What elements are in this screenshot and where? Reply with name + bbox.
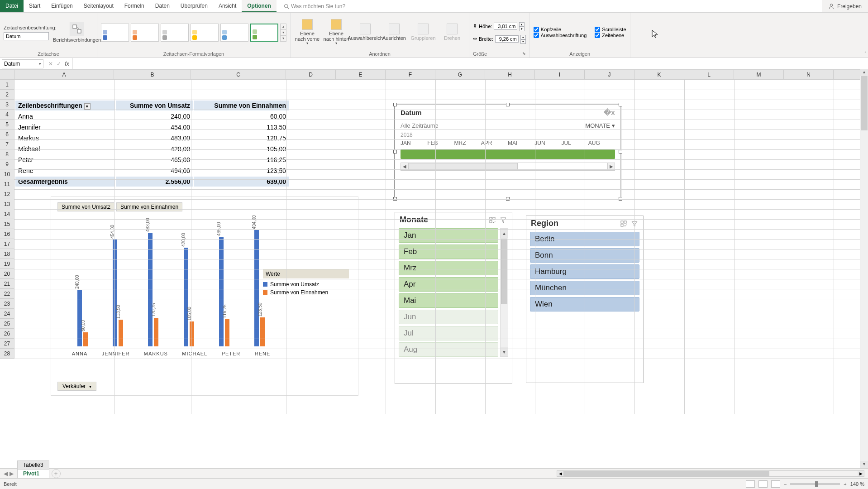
- width-input[interactable]: [495, 35, 519, 43]
- row-header[interactable]: 18: [0, 249, 14, 259]
- align-button[interactable]: Ausrichten: [381, 24, 407, 41]
- pivot-rowlabel-dropdown-icon[interactable]: ▾: [84, 103, 91, 110]
- multiselect-icon[interactable]: [620, 220, 628, 228]
- column-header[interactable]: M: [734, 70, 784, 79]
- row-header[interactable]: 7: [0, 139, 14, 149]
- row-header[interactable]: 28: [0, 349, 14, 359]
- row-header[interactable]: 4: [0, 110, 14, 120]
- row-header[interactable]: 23: [0, 299, 14, 309]
- row-header[interactable]: 2: [0, 90, 14, 100]
- scroll-thumb[interactable]: [861, 76, 868, 130]
- scroll-down-icon[interactable]: ▼: [860, 461, 868, 468]
- slicer-item[interactable]: Jan: [399, 228, 498, 243]
- send-backward-button[interactable]: Ebene nach hinten▾: [323, 19, 349, 46]
- chart-button-einnahmen[interactable]: Summe von Einnahmen: [116, 202, 182, 211]
- header-checkbox[interactable]: [534, 27, 539, 32]
- timeline-caption-input[interactable]: [4, 32, 49, 40]
- column-header[interactable]: E: [336, 70, 386, 79]
- timeline-selection-bar[interactable]: [401, 149, 615, 159]
- scrollbar-checkbox[interactable]: [595, 27, 600, 32]
- gallery-more-button[interactable]: ▴▾▾: [280, 24, 286, 42]
- report-connections-button[interactable]: Berichtsverbindungen: [61, 22, 93, 43]
- column-header[interactable]: H: [485, 70, 535, 79]
- timeline-style-gallery[interactable]: ▴▾▾: [101, 24, 286, 42]
- row-header[interactable]: 12: [0, 189, 14, 199]
- timeline-style-thumb[interactable]: [220, 24, 248, 42]
- pagelayout-view-button[interactable]: [758, 480, 768, 488]
- timeline-slicer[interactable]: Datum�x Alle Zeiträume MONATE▾ 2018 JANF…: [395, 104, 621, 199]
- worksheet-grid[interactable]: ABCDEFGHIJKLMN 1234567891011121314151617…: [0, 70, 868, 414]
- row-header[interactable]: 26: [0, 329, 14, 339]
- row-header[interactable]: 20: [0, 269, 14, 279]
- name-box[interactable]: Datum▾: [2, 59, 43, 68]
- timeline-style-thumb[interactable]: [191, 24, 219, 42]
- column-header[interactable]: G: [435, 70, 485, 79]
- tab-home[interactable]: Start: [24, 0, 46, 12]
- slicer-item[interactable]: Feb: [399, 244, 498, 259]
- sheet-nav[interactable]: ◀▶: [0, 470, 17, 477]
- formula-input[interactable]: [73, 63, 868, 65]
- tab-options[interactable]: Optionen: [242, 0, 277, 12]
- height-spinner[interactable]: ▴▾: [519, 22, 525, 30]
- slicer-item[interactable]: Aug: [399, 342, 498, 357]
- pivot-row[interactable]: Michael420,00105,00: [15, 144, 289, 154]
- size-dialog-launcher[interactable]: ⬊: [522, 51, 526, 57]
- column-header[interactable]: B: [114, 70, 191, 79]
- pivot-chart[interactable]: Summe von Umsatz Summe von Einnahmen 240…: [51, 197, 358, 396]
- tab-insert[interactable]: Einfügen: [46, 0, 78, 12]
- slicer-item[interactable]: Mrz: [399, 261, 498, 275]
- slicer-monate[interactable]: Monate JanFebMrzAprMaiJunJulAug ▲ ▼: [395, 212, 512, 384]
- column-header[interactable]: K: [634, 70, 684, 79]
- slicer-item[interactable]: Mai: [399, 293, 498, 308]
- pivot-header-rowlabels[interactable]: Zeilenbeschriftungen▾: [15, 101, 115, 110]
- row-header[interactable]: 21: [0, 279, 14, 289]
- collapse-ribbon-button[interactable]: ˆ: [865, 52, 866, 57]
- timeline-track[interactable]: [401, 149, 615, 159]
- multiselect-icon[interactable]: [488, 216, 496, 224]
- zoom-out-button[interactable]: −: [784, 481, 787, 487]
- pivot-row[interactable]: Jennifer454,00113,50: [15, 122, 289, 132]
- tab-data[interactable]: Daten: [150, 0, 175, 12]
- row-header[interactable]: 3: [0, 100, 14, 110]
- timeline-level-dropdown[interactable]: MONATE▾: [585, 122, 615, 129]
- row-header[interactable]: 11: [0, 179, 14, 189]
- timeline-style-thumb[interactable]: [250, 24, 278, 42]
- pivot-row[interactable]: Rene494,00123,50: [15, 166, 289, 176]
- tab-view[interactable]: Ansicht: [213, 0, 242, 12]
- row-header[interactable]: 10: [0, 169, 14, 179]
- pivot-row[interactable]: Peter465,00116,25: [15, 155, 289, 165]
- normal-view-button[interactable]: [746, 480, 755, 488]
- scroll-thumb[interactable]: [501, 239, 507, 304]
- zoom-in-button[interactable]: +: [844, 481, 846, 487]
- row-header[interactable]: 9: [0, 159, 14, 169]
- row-header[interactable]: 24: [0, 309, 14, 319]
- row-header[interactable]: 17: [0, 239, 14, 249]
- row-header[interactable]: 19: [0, 259, 14, 269]
- timeline-style-thumb[interactable]: [161, 24, 189, 42]
- clear-filter-icon[interactable]: [499, 216, 507, 224]
- scroll-right-icon[interactable]: ▶: [858, 471, 864, 476]
- pivot-table[interactable]: Zeilenbeschriftungen▾ Summe von Umsatz S…: [14, 100, 290, 187]
- row-header[interactable]: 15: [0, 219, 14, 229]
- row-header[interactable]: 14: [0, 209, 14, 219]
- column-header[interactable]: J: [585, 70, 634, 79]
- timeline-style-thumb[interactable]: [131, 24, 159, 42]
- slicer-item[interactable]: Jun: [399, 310, 498, 324]
- sheet-tab[interactable]: Tabelle3: [17, 460, 49, 469]
- chart-button-umsatz[interactable]: Summe von Umsatz: [57, 202, 114, 211]
- column-headers[interactable]: ABCDEFGHIJKLMN: [14, 70, 868, 80]
- column-header[interactable]: A: [14, 70, 114, 79]
- column-header[interactable]: L: [684, 70, 734, 79]
- column-header[interactable]: I: [535, 70, 585, 79]
- row-header[interactable]: 27: [0, 339, 14, 349]
- tab-pagelayout[interactable]: Seitenlayout: [78, 0, 119, 12]
- height-input[interactable]: [494, 23, 517, 30]
- cells-area[interactable]: Zeilenbeschriftungen▾ Summe von Umsatz S…: [14, 80, 868, 414]
- bring-forward-button[interactable]: Ebene nach vorne▾: [294, 19, 320, 46]
- column-header[interactable]: N: [784, 70, 834, 79]
- pivot-row[interactable]: Markus483,00120,75: [15, 133, 289, 143]
- column-header[interactable]: C: [191, 70, 286, 79]
- timeline-style-thumb[interactable]: [101, 24, 129, 42]
- add-sheet-button[interactable]: +: [52, 469, 61, 478]
- scroll-up-icon[interactable]: ▲: [860, 69, 868, 76]
